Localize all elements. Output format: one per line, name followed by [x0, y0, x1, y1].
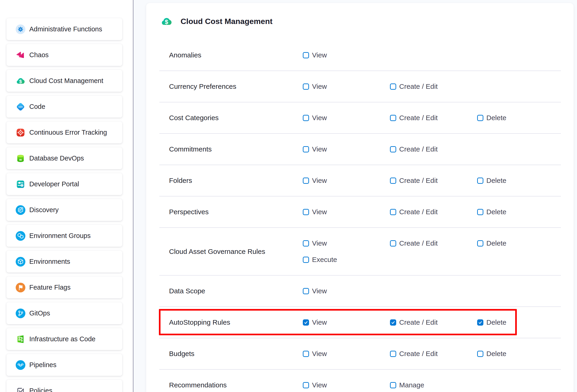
sidebar-item-label: Infrastructure as Code — [29, 335, 96, 343]
sidebar-item-discovery[interactable]: Discovery — [6, 199, 122, 221]
permission-folders-create-edit[interactable]: Create / Edit — [390, 177, 477, 184]
permission-label: View — [312, 114, 327, 122]
checkbox-unchecked[interactable] — [303, 351, 309, 357]
permission-grid: ViewCreate / Edit — [303, 83, 561, 90]
checkbox-unchecked[interactable] — [390, 240, 396, 247]
checkbox-checked[interactable] — [477, 319, 483, 325]
checkbox-unchecked[interactable] — [390, 115, 396, 121]
checkbox-unchecked[interactable] — [303, 257, 309, 263]
checkbox-unchecked[interactable] — [477, 178, 483, 184]
permission-autostopping-rules-view[interactable]: View — [303, 319, 390, 326]
checkbox-unchecked[interactable] — [303, 382, 309, 388]
permission-label: View — [312, 319, 327, 326]
checkbox-unchecked[interactable] — [303, 288, 309, 294]
permission-anomalies-view[interactable]: View — [303, 51, 390, 59]
permission-cloud-asset-governance-rules-create-edit[interactable]: Create / Edit — [390, 239, 477, 247]
permission-row-label: Data Scope — [169, 287, 303, 295]
permission-commitments-create-edit[interactable]: Create / Edit — [390, 145, 477, 153]
svg-text:$: $ — [165, 18, 168, 25]
permission-cloud-asset-governance-rules-view[interactable]: View — [303, 239, 390, 247]
permission-folders-view[interactable]: View — [303, 177, 390, 184]
checkbox-checked[interactable] — [303, 319, 309, 325]
feature-flags-flag-icon — [16, 283, 25, 292]
environments-cube-icon — [16, 257, 25, 267]
permission-budgets-create-edit[interactable]: Create / Edit — [390, 350, 477, 358]
permission-cost-categories-create-edit[interactable]: Create / Edit — [390, 114, 477, 122]
permission-currency-preferences-view[interactable]: View — [303, 83, 390, 90]
permission-row-cost-categories: Cost CategoriesViewCreate / EditDelete — [159, 102, 561, 134]
sidebar-item-feature-flags[interactable]: Feature Flags — [6, 277, 122, 298]
permission-label: Create / Edit — [399, 83, 438, 90]
permission-folders-delete[interactable]: Delete — [477, 177, 561, 184]
checkbox-unchecked[interactable] — [390, 382, 396, 388]
checkbox-unchecked[interactable] — [303, 178, 309, 184]
permission-cost-categories-delete[interactable]: Delete — [477, 114, 561, 122]
checkbox-unchecked[interactable] — [303, 52, 309, 58]
permission-grid: ViewManage — [303, 381, 561, 389]
permission-autostopping-rules-delete[interactable]: Delete — [477, 319, 561, 326]
sidebar-item-administrative-functions[interactable]: Administrative Functions — [6, 18, 122, 40]
permission-cloud-asset-governance-rules-execute[interactable]: Execute — [303, 256, 390, 264]
sidebar-item-database-devops[interactable]: ∞Database DevOps — [6, 147, 122, 169]
module-header: $ Cloud Cost Management — [146, 3, 574, 40]
sidebar-item-environments[interactable]: Environments — [6, 251, 122, 273]
permission-perspectives-view[interactable]: View — [303, 208, 390, 216]
permission-budgets-delete[interactable]: Delete — [477, 350, 561, 358]
sidebar-item-continuous-error-tracking[interactable]: Continuous Error Tracking — [6, 121, 122, 143]
sidebar-item-infrastructure-as-code[interactable]: Infrastructure as Code — [6, 328, 122, 350]
checkbox-unchecked[interactable] — [303, 240, 309, 247]
checkbox-checked[interactable] — [390, 319, 396, 325]
policies-checkbox-icon — [16, 386, 25, 392]
checkbox-unchecked[interactable] — [303, 209, 309, 215]
checkbox-unchecked[interactable] — [477, 351, 483, 357]
gitops-branch-icon — [16, 309, 25, 318]
sidebar-item-label: Cloud Cost Management — [29, 77, 103, 85]
permission-row-anomalies: AnomaliesView — [159, 40, 561, 71]
permission-cloud-asset-governance-rules-delete[interactable]: Delete — [477, 239, 561, 247]
sidebar-item-label: Administrative Functions — [29, 25, 102, 33]
permission-label: Manage — [399, 381, 424, 389]
permission-label: View — [312, 177, 327, 184]
error-tracking-target-icon — [16, 128, 25, 138]
permission-cost-categories-view[interactable]: View — [303, 114, 390, 122]
checkbox-unchecked[interactable] — [477, 209, 483, 215]
permission-label: View — [312, 51, 327, 59]
discovery-icon — [16, 205, 25, 215]
permission-perspectives-create-edit[interactable]: Create / Edit — [390, 208, 477, 216]
permission-recommendations-manage[interactable]: Manage — [390, 381, 477, 389]
permission-currency-preferences-create-edit[interactable]: Create / Edit — [390, 83, 477, 90]
permission-recommendations-view[interactable]: View — [303, 381, 390, 389]
permission-label: View — [312, 145, 327, 153]
environment-groups-icon — [16, 231, 25, 241]
checkbox-unchecked[interactable] — [303, 83, 309, 90]
permission-row-label: Currency Preferences — [169, 83, 303, 90]
permission-data-scope-view[interactable]: View — [303, 287, 390, 295]
sidebar-item-developer-portal[interactable]: Developer Portal — [6, 173, 122, 195]
sidebar-item-label: Policies — [29, 387, 52, 392]
sidebar-item-code[interactable]: </>Code — [6, 96, 122, 118]
sidebar-item-label: Developer Portal — [29, 180, 79, 188]
permission-label: Create / Edit — [399, 239, 438, 247]
sidebar-item-chaos[interactable]: Chaos — [6, 44, 122, 66]
sidebar-item-policies[interactable]: Policies — [6, 380, 122, 392]
checkbox-unchecked[interactable] — [390, 351, 396, 357]
checkbox-unchecked[interactable] — [390, 83, 396, 90]
permission-grid: View — [303, 287, 561, 295]
permission-perspectives-delete[interactable]: Delete — [477, 208, 561, 216]
permission-autostopping-rules-create-edit[interactable]: Create / Edit — [390, 319, 477, 326]
database-devops-icon: ∞ — [16, 154, 25, 163]
permission-row-recommendations: RecommendationsViewManage — [159, 370, 561, 392]
checkbox-unchecked[interactable] — [303, 115, 309, 121]
checkbox-unchecked[interactable] — [303, 146, 309, 152]
sidebar-item-environment-groups[interactable]: Environment Groups — [6, 225, 122, 247]
checkbox-unchecked[interactable] — [477, 240, 483, 247]
checkbox-unchecked[interactable] — [390, 209, 396, 215]
checkbox-unchecked[interactable] — [477, 115, 483, 121]
permission-commitments-view[interactable]: View — [303, 145, 390, 153]
sidebar-item-cloud-cost-management[interactable]: $Cloud Cost Management — [6, 70, 122, 92]
permission-budgets-view[interactable]: View — [303, 350, 390, 358]
checkbox-unchecked[interactable] — [390, 178, 396, 184]
sidebar-item-pipelines[interactable]: Pipelines — [6, 354, 122, 376]
sidebar-item-gitops[interactable]: GitOps — [6, 302, 122, 324]
checkbox-unchecked[interactable] — [390, 146, 396, 152]
